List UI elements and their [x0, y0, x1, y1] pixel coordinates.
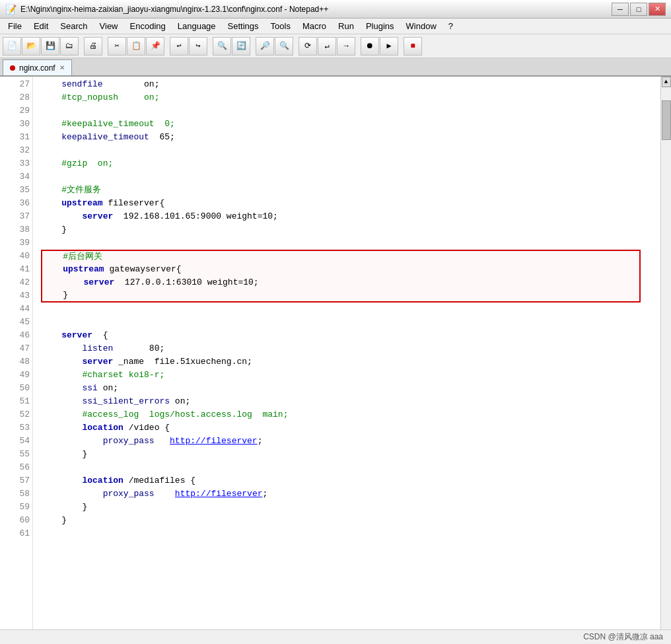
- code-line: server _name file.51xuecheng.cn;: [41, 355, 660, 369]
- copy-button[interactable]: 📋: [127, 37, 145, 55]
- macro-play-button[interactable]: ▶: [380, 37, 398, 55]
- line-number: 35: [3, 184, 30, 197]
- line-number: 39: [3, 236, 30, 250]
- code-line: #gzip on;: [41, 157, 660, 170]
- tab-modified-indicator: [10, 65, 15, 71]
- app-icon: 📝: [5, 4, 17, 15]
- line-number: 58: [3, 487, 30, 501]
- menu-item-macro[interactable]: Macro: [297, 19, 332, 34]
- line-number: 30: [3, 118, 30, 131]
- new-button[interactable]: 📄: [3, 37, 21, 55]
- print-button[interactable]: 🖨: [84, 37, 102, 55]
- sync-button[interactable]: ⟳: [299, 37, 317, 55]
- code-line: #charset koi8-r;: [41, 369, 660, 382]
- line-number: 55: [3, 448, 30, 461]
- menu-item-help[interactable]: ?: [443, 19, 458, 34]
- code-line: #后台网关: [41, 250, 641, 263]
- line-number: 43: [3, 289, 30, 303]
- menu-item-view[interactable]: View: [94, 19, 124, 34]
- tab-label: nginx.conf: [19, 63, 55, 73]
- wrap-button[interactable]: ↵: [318, 37, 336, 55]
- line-number: 52: [3, 408, 30, 421]
- menu-item-tools[interactable]: Tools: [265, 19, 296, 34]
- menu-item-settings[interactable]: Settings: [223, 19, 264, 34]
- code-line: }: [41, 223, 660, 236]
- code-line: [41, 527, 660, 540]
- redo-button[interactable]: ↪: [189, 37, 207, 55]
- tab-close-button[interactable]: ✕: [59, 64, 65, 71]
- menu-item-language[interactable]: Language: [172, 19, 221, 34]
- menu-bar: FileEditSearchViewEncodingLanguageSettin…: [0, 18, 671, 34]
- scroll-thumb[interactable]: [662, 100, 671, 140]
- code-line: server {: [41, 329, 660, 342]
- code-line: keepalive_timeout 65;: [41, 131, 660, 144]
- cut-button[interactable]: ✂: [108, 37, 126, 55]
- menu-item-window[interactable]: Window: [401, 19, 442, 34]
- close-button[interactable]: ✕: [649, 3, 666, 16]
- code-line: [41, 303, 660, 316]
- maximize-button[interactable]: □: [630, 3, 647, 16]
- code-line: [41, 461, 660, 474]
- line-number: 48: [3, 355, 30, 369]
- code-line: location /mediafiles {: [41, 474, 660, 487]
- indent-button[interactable]: →: [337, 37, 355, 55]
- open-button[interactable]: 📂: [22, 37, 40, 55]
- zoom-in-button[interactable]: 🔎: [256, 37, 274, 55]
- line-number: 44: [3, 303, 30, 316]
- line-number: 51: [3, 395, 30, 408]
- code-line: sendfile on;: [41, 78, 660, 91]
- title-bar: 📝 E:\Nginx\nginx-heima-zaixian_jiaoyu-xi…: [0, 0, 671, 18]
- code-line: #tcp_nopush on;: [41, 91, 660, 104]
- save-all-button[interactable]: 🗂: [60, 37, 79, 55]
- menu-item-plugins[interactable]: Plugins: [361, 19, 400, 34]
- find-button[interactable]: 🔍: [213, 37, 231, 55]
- editor: 2728293031323334353637383940414243444546…: [0, 77, 671, 644]
- code-line: proxy_pass http://fileserver;: [41, 435, 660, 448]
- code-area[interactable]: sendfile on; #tcp_nopush on; #keepalive_…: [33, 77, 660, 644]
- line-number: 36: [3, 197, 30, 210]
- line-number: 60: [3, 514, 30, 527]
- code-line: #文件服务: [41, 184, 660, 197]
- vertical-scrollbar[interactable]: ▲ ▼: [660, 77, 671, 644]
- menu-item-edit[interactable]: Edit: [28, 19, 53, 34]
- line-number: 34: [3, 170, 30, 184]
- line-number: 31: [3, 131, 30, 144]
- file-tab[interactable]: nginx.conf ✕: [3, 59, 72, 75]
- code-line: }: [41, 289, 641, 303]
- menu-item-run[interactable]: Run: [333, 19, 359, 34]
- code-line: ssi on;: [41, 382, 660, 395]
- code-line: [41, 104, 660, 118]
- menu-item-encoding[interactable]: Encoding: [125, 19, 171, 34]
- save-button[interactable]: 💾: [41, 37, 59, 55]
- code-line: location /video {: [41, 421, 660, 435]
- code-line: server 127.0.0.1:63010 weight=10;: [41, 276, 641, 289]
- paste-button[interactable]: 📌: [146, 37, 164, 55]
- line-number: 38: [3, 223, 30, 236]
- minimize-button[interactable]: ─: [612, 3, 629, 16]
- line-number: 53: [3, 421, 30, 435]
- line-number: 33: [3, 157, 30, 170]
- undo-button[interactable]: ↩: [170, 37, 188, 55]
- line-number: 47: [3, 342, 30, 355]
- tab-bar: nginx.conf ✕: [0, 58, 671, 77]
- line-number: 59: [3, 501, 30, 514]
- code-line: }: [41, 514, 660, 527]
- line-number: 57: [3, 474, 30, 487]
- macro-record-button[interactable]: ⏺: [361, 37, 379, 55]
- code-line: [41, 144, 660, 157]
- line-number: 42: [3, 276, 30, 289]
- replace-button[interactable]: 🔄: [232, 37, 250, 55]
- line-number: 54: [3, 435, 30, 448]
- status-bar: CSDN @清风微凉 aaa: [0, 629, 671, 644]
- line-number: 46: [3, 329, 30, 342]
- menu-item-file[interactable]: File: [3, 19, 27, 34]
- menu-item-search[interactable]: Search: [55, 19, 92, 34]
- zoom-out-button[interactable]: 🔍: [275, 37, 293, 55]
- line-number: 27: [3, 78, 30, 91]
- code-line: upstream fileserver{: [41, 197, 660, 210]
- highlight-button[interactable]: ■: [404, 37, 422, 55]
- credits-label: CSDN @清风微凉 aaa: [583, 631, 663, 643]
- line-number: 50: [3, 382, 30, 395]
- code-line: #access_log logs/host.access.log main;: [41, 408, 660, 421]
- line-number: 32: [3, 144, 30, 157]
